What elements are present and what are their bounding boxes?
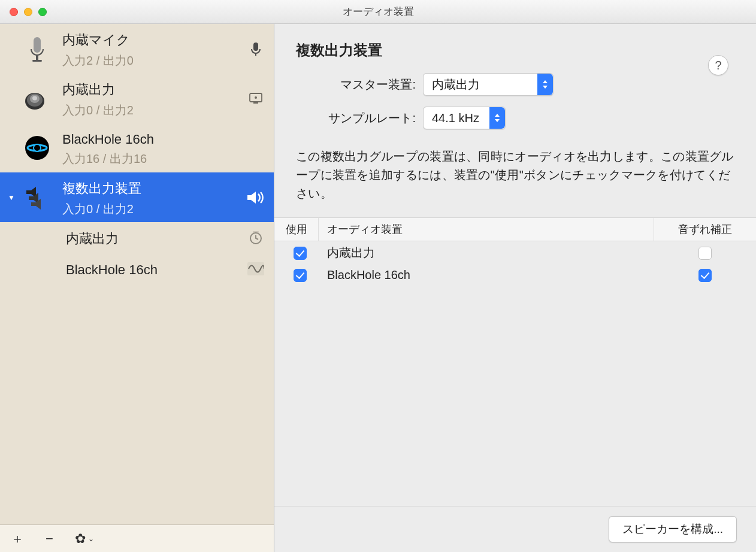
close-window-button[interactable] [10,8,18,16]
traffic-lights [0,8,47,16]
device-name: BlackHole 16ch [66,260,245,278]
action-menu-button[interactable]: ✿ ⌄ [75,531,94,547]
help-button[interactable]: ? [708,55,728,75]
svg-point-9 [32,96,37,100]
svg-rect-0 [34,37,41,53]
blackhole-icon [18,134,56,162]
device-name: BlackHole 16ch [62,129,245,147]
device-subrow-builtin-output[interactable]: 内蔵出力 [0,222,274,253]
sample-rate-value: 44.1 kHz [424,111,489,125]
column-drift[interactable]: 音ずれ補正 [654,218,756,241]
column-name[interactable]: オーディオ装置 [319,218,654,241]
svg-rect-11 [253,102,258,104]
device-row-blackhole[interactable]: BlackHole 16ch 入力16 / 出力16 [0,123,274,172]
sample-rate-select[interactable]: 44.1 kHz [423,107,506,129]
device-name: 複数出力装置 [62,177,245,198]
device-text: 内蔵出力 入力0 / 出力2 [56,78,245,119]
detail-scroll: 複数出力装置 マスター装置: 内蔵出力 サンプルレート: 44.1 kHz この… [274,24,756,506]
device-list: 内蔵マイク 入力2 / 出力0 内蔵出力 入力0 / 出力2 [0,24,274,524]
waveform-icon [245,262,267,275]
device-text: BlackHole 16ch 入力16 / 出力16 [56,129,245,167]
add-device-button[interactable]: ＋ [11,530,24,548]
device-io: 入力16 / 出力16 [62,151,245,167]
table-row[interactable]: BlackHole 16ch [274,265,756,286]
svg-rect-22 [247,262,264,275]
speaker-icon [18,84,56,113]
device-text: 複数出力装置 入力0 / 出力2 [56,177,245,217]
multi-output-icon [18,183,56,212]
remove-device-button[interactable]: − [46,531,53,547]
detail-pane: ? 複数出力装置 マスター装置: 内蔵出力 サンプルレート: 44.1 kHz … [274,24,756,552]
row-device-name: BlackHole 16ch [319,268,654,282]
volume-icon [245,190,267,205]
svg-rect-21 [253,231,259,233]
svg-marker-19 [247,192,256,204]
drift-checkbox[interactable] [698,247,712,260]
device-name: 内蔵出力 [62,78,245,99]
sample-rate-label: サンプルレート: [296,110,416,126]
device-text: 内蔵マイク 入力2 / 出力0 [56,29,245,69]
minimize-window-button[interactable] [24,8,32,16]
clock-icon [245,230,267,245]
column-use[interactable]: 使用 [274,218,319,241]
device-subrow-blackhole[interactable]: BlackHole 16ch [0,253,274,284]
device-name: 内蔵マイク [62,29,245,49]
detail-title: 複数出力装置 [296,41,734,60]
master-device-select[interactable]: 内蔵出力 [423,73,554,96]
master-device-label: マスター装置: [296,77,416,93]
svg-rect-2 [36,55,38,60]
master-device-value: 内蔵出力 [424,77,537,93]
sample-rate-row: サンプルレート: 44.1 kHz [296,107,734,129]
svg-point-12 [255,96,257,99]
device-io: 入力0 / 出力2 [62,201,245,217]
device-table-body: 内蔵出力 BlackHole 16ch [274,241,756,286]
device-io: 入力2 / 出力0 [62,53,245,69]
master-device-row: マスター装置: 内蔵出力 [296,73,734,96]
device-text: BlackHole 16ch [60,260,245,278]
main-split: 内蔵マイク 入力2 / 出力0 内蔵出力 入力0 / 出力2 [0,24,756,552]
description-text: この複数出力グループの装置は、同時にオーディオを出力します。この装置グループに装… [296,147,734,203]
row-device-name: 内蔵出力 [319,245,654,261]
titlebar: オーディオ装置 [0,0,756,24]
display-small-icon [245,92,267,105]
svg-rect-3 [32,60,42,62]
gear-icon: ✿ [75,531,86,547]
select-stepper-icon [537,74,553,95]
device-row-builtin-output[interactable]: 内蔵出力 入力0 / 出力2 [0,74,274,123]
svg-rect-4 [253,43,258,51]
device-text: 内蔵出力 [60,228,245,248]
device-table: 使用 オーディオ装置 音ずれ補正 内蔵出力 BlackHole 16ch [274,217,756,286]
device-row-multi-output[interactable]: ▼ 複数出力装置 入力0 / 出力2 [0,172,274,222]
drift-checkbox[interactable] [698,269,712,282]
device-row-builtin-mic[interactable]: 内蔵マイク 入力2 / 出力0 [0,24,274,74]
sidebar: 内蔵マイク 入力2 / 出力0 内蔵出力 入力0 / 出力2 [0,24,274,552]
sidebar-toolbar: ＋ − ✿ ⌄ [0,524,274,552]
use-checkbox[interactable] [294,269,307,282]
svg-rect-5 [255,53,256,56]
disclosure-triangle-icon[interactable]: ▼ [7,193,16,202]
select-stepper-icon [489,107,505,129]
detail-footer: スピーカーを構成... [274,506,756,552]
device-name: 内蔵出力 [66,228,245,248]
zoom-window-button[interactable] [38,8,47,16]
device-io: 入力0 / 出力2 [62,102,245,119]
configure-speakers-button[interactable]: スピーカーを構成... [609,516,737,542]
window-title: オーディオ装置 [0,5,756,19]
mic-icon [18,35,56,63]
table-row[interactable]: 内蔵出力 [274,241,756,265]
svg-point-15 [34,144,41,151]
chevron-down-icon: ⌄ [88,535,94,543]
device-table-header: 使用 オーディオ装置 音ずれ補正 [274,217,756,241]
use-checkbox[interactable] [294,247,307,260]
mic-small-icon [245,42,267,56]
